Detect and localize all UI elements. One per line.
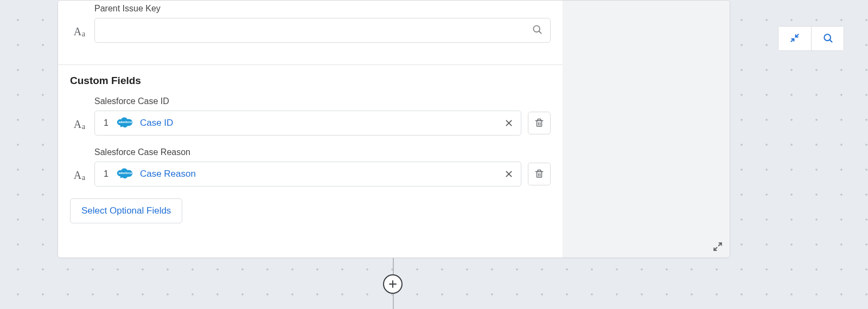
collapse-icon <box>789 33 800 45</box>
delete-field-button[interactable] <box>528 163 551 185</box>
mapping-count: 1 <box>104 169 108 179</box>
config-left-pane: Aa Parent Issue Key Custom Fields Aa Sal… <box>58 1 563 258</box>
collapse-button[interactable] <box>778 27 811 50</box>
delete-field-button[interactable] <box>528 112 551 134</box>
select-optional-fields-button[interactable]: Select Optional Fields <box>70 198 182 223</box>
action-config-card: Aa Parent Issue Key Custom Fields Aa Sal… <box>58 0 730 258</box>
custom-field-row: Aa Salesforce Case ID 1 salesforce Case … <box>70 96 551 136</box>
parent-issue-section: Aa Parent Issue Key <box>58 1 563 65</box>
search-icon <box>822 33 833 45</box>
search-icon <box>532 24 542 37</box>
svg-text:salesforce: salesforce <box>118 171 132 175</box>
canvas-search-button[interactable] <box>811 27 844 50</box>
parent-issue-label: Parent Issue Key <box>94 4 551 14</box>
svg-text:salesforce: salesforce <box>118 120 132 124</box>
custom-fields-heading: Custom Fields <box>70 75 551 87</box>
clear-value-button[interactable] <box>502 117 515 130</box>
clear-value-button[interactable] <box>502 168 515 181</box>
mapping-count: 1 <box>104 118 108 128</box>
mapped-value-text: Case Reason <box>140 169 497 179</box>
custom-field-label: Salesforce Case ID <box>94 96 551 106</box>
expand-pane-icon[interactable] <box>711 240 724 253</box>
custom-field-value-input[interactable]: 1 salesforce Case Reason <box>94 162 521 186</box>
svg-line-1 <box>539 31 541 34</box>
salesforce-cloud-icon: salesforce <box>116 116 135 130</box>
custom-field-row: Aa Salesforce Case Reason 1 salesforce C… <box>70 147 551 186</box>
custom-field-label: Salesforce Case Reason <box>94 147 551 157</box>
mapped-value-text: Case ID <box>140 118 497 128</box>
text-type-icon: Aa <box>71 19 88 44</box>
custom-field-value-input[interactable]: 1 salesforce Case ID <box>94 111 521 136</box>
svg-line-21 <box>829 40 832 42</box>
custom-fields-section: Custom Fields Aa Salesforce Case ID 1 sa… <box>58 65 563 234</box>
output-preview-pane <box>563 1 730 258</box>
text-type-icon: Aa <box>71 163 88 188</box>
salesforce-cloud-icon: salesforce <box>116 167 135 181</box>
svg-rect-5 <box>537 121 542 127</box>
parent-issue-field: Aa Parent Issue Key <box>70 4 551 43</box>
parent-issue-search-input[interactable] <box>94 18 551 43</box>
svg-rect-11 <box>537 172 542 178</box>
canvas-toolbar <box>778 26 844 51</box>
text-type-icon: Aa <box>71 112 88 137</box>
add-step-button[interactable] <box>383 274 403 294</box>
